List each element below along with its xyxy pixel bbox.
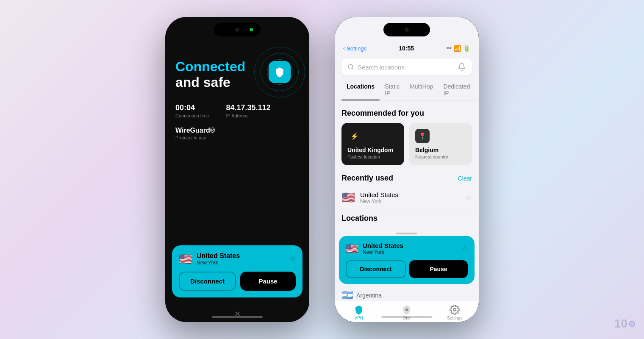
ip-address-label: IP Address	[226, 113, 271, 118]
svg-line-1	[352, 68, 353, 69]
right-disconnect-button[interactable]: Disconnect	[346, 260, 406, 278]
left-location-name: United States	[197, 252, 240, 260]
recent-us-star-icon[interactable]: ☆	[465, 193, 472, 203]
nav-settings-label: Settings	[447, 316, 462, 320]
tabs-container: Locations Static IP MultiHop Dedicated I…	[335, 80, 479, 100]
ip-address-value: 84.17.35.112	[226, 103, 271, 112]
argentina-name: Argentina	[356, 292, 382, 299]
one-nav-icon	[402, 305, 412, 315]
active-location-bar: 🇺🇸 United States New York ☆ Disconnect P…	[339, 236, 475, 284]
fastest-location-icon: ⚡	[347, 129, 362, 143]
scroll-indicator	[396, 233, 417, 234]
protocol-name: WireGuard®	[175, 127, 299, 134]
recent-us-city: New York	[360, 198, 398, 204]
recent-us-name: United States	[360, 191, 398, 198]
status-bar: ‹ Settings 10:55 ••• 📶 🔋	[335, 42, 479, 54]
svg-point-0	[348, 64, 353, 69]
active-location-city: New York	[363, 249, 403, 255]
watermark: 10 ⊙	[614, 317, 636, 331]
argentina-flag-icon: 🇦🇷	[341, 290, 353, 301]
uk-card-name: United Kingdom	[347, 147, 398, 153]
active-location-name: United States	[363, 242, 403, 249]
search-placeholder[interactable]: Search locations	[358, 64, 405, 71]
bottom-navigation: VPN One Settings	[335, 301, 479, 322]
nav-settings[interactable]: Settings	[431, 305, 479, 320]
vpn-circle-decoration	[254, 47, 305, 97]
left-phone: Connected and safe 00:04 Connection time…	[165, 17, 309, 322]
recommended-title: Recommended for you	[341, 109, 472, 118]
albania-name: Albania	[358, 231, 465, 231]
bell-icon[interactable]	[458, 63, 466, 71]
vpn-shield-button[interactable]	[269, 61, 291, 83]
left-location-city: New York	[197, 260, 240, 266]
clear-button[interactable]: Clear	[458, 175, 472, 182]
nav-vpn-label: VPN	[354, 316, 363, 320]
search-icon	[347, 64, 354, 70]
active-star-icon[interactable]: ☆	[461, 244, 468, 253]
right-pause-button[interactable]: Pause	[409, 260, 468, 278]
tab-multihop[interactable]: MultiHop	[405, 80, 438, 100]
disconnect-button[interactable]: Disconnect	[179, 272, 236, 291]
shield-icon	[274, 67, 285, 78]
recommended-belgium-card[interactable]: 📍 Belgium Nearest country	[409, 123, 472, 165]
nav-one[interactable]: One	[383, 305, 430, 320]
recommended-uk-card[interactable]: ⚡ United Kingdom Fastest location	[341, 123, 404, 165]
close-icon[interactable]: ✕	[165, 306, 309, 322]
back-label[interactable]: Settings	[347, 45, 366, 52]
vpn-nav-icon	[354, 305, 364, 315]
belgium-card-name: Belgium	[415, 147, 466, 153]
settings-nav-icon	[450, 305, 460, 315]
dynamic-island-right	[383, 23, 430, 36]
nearest-location-icon: 📍	[415, 129, 430, 143]
tab-static-ip[interactable]: Static IP	[380, 80, 405, 100]
us-flag-recent: 🇺🇸	[341, 191, 355, 204]
favorite-star-icon[interactable]: ☆	[289, 254, 296, 264]
connected-bottom-bar: 🇺🇸 United States New York ☆ Disconnect P…	[172, 245, 303, 297]
search-bar[interactable]: Search locations	[341, 58, 472, 75]
recently-used-title: Recently used	[341, 174, 393, 183]
dynamic-island	[214, 23, 261, 36]
recently-used-item-us[interactable]: 🇺🇸 United States New York ☆	[341, 187, 472, 209]
right-phone: ‹ Settings 10:55 ••• 📶 🔋	[335, 17, 479, 322]
active-us-flag-icon: 🇺🇸	[346, 243, 358, 255]
albania-list-item[interactable]: 🇦🇱 Albania Tirana ☆	[341, 226, 472, 231]
belgium-card-sub: Nearest country	[415, 154, 466, 159]
pause-button[interactable]: Pause	[240, 272, 296, 291]
protocol-label: Protocol in use	[175, 135, 299, 140]
home-indicator	[212, 316, 263, 318]
locations-section-title: Locations	[341, 214, 472, 223]
uk-card-sub: Fastest location	[347, 154, 398, 159]
tab-locations[interactable]: Locations	[341, 80, 380, 100]
nav-vpn[interactable]: VPN	[335, 305, 383, 320]
home-indicator-right	[381, 316, 432, 318]
status-time: 10:55	[399, 45, 414, 52]
connection-time-label: Connection time	[175, 113, 209, 118]
svg-point-2	[405, 308, 408, 311]
tab-dedicated-ip[interactable]: Dedicated IP	[438, 80, 475, 100]
svg-point-3	[453, 308, 456, 311]
connection-time-value: 00:04	[175, 103, 209, 112]
